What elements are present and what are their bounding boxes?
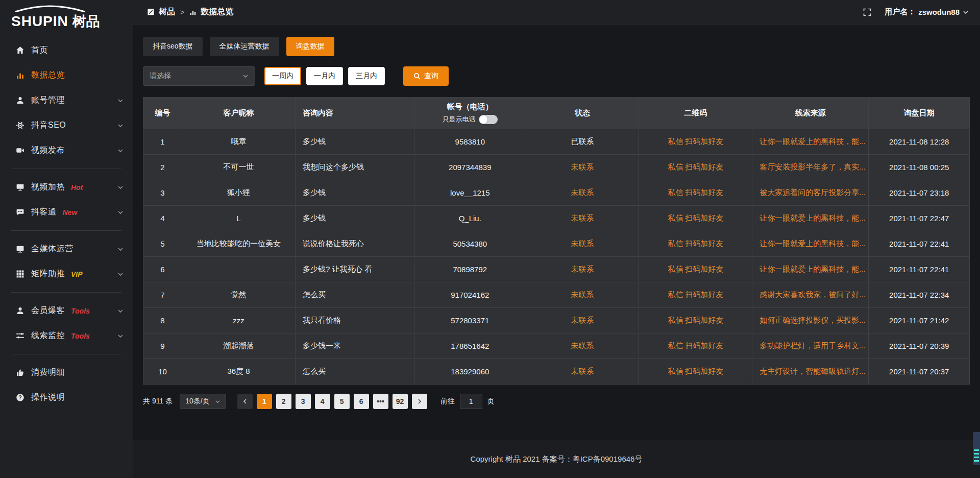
filter-select[interactable]: 请选择 — [143, 66, 255, 86]
row-number-cell: 7 — [143, 282, 182, 308]
date-cell: 2021-11-07 20:37 — [869, 359, 970, 385]
status-cell: 已联系 — [526, 129, 639, 155]
chevron-down-icon — [242, 73, 249, 79]
table-row: 7 觉然 怎么买 917024162 未联系 私信 扫码加好友 感谢大家喜欢我家… — [143, 282, 970, 308]
sidebar-item-doukettong[interactable]: 抖客通 New — [0, 200, 133, 225]
status-cell: 未联系 — [526, 155, 639, 180]
content-cell: 说说价格让我死心 — [295, 231, 414, 257]
header-lead-source: 线索来源 — [752, 98, 869, 129]
page-size-select[interactable]: 10条/页 — [180, 394, 226, 409]
qr-links-cell[interactable]: 私信 扫码加好友 — [639, 359, 752, 385]
content-cell: 我只看价格 — [295, 308, 414, 333]
source-link-cell[interactable]: 让你一眼就爱上的黑科技，能... — [752, 257, 869, 282]
header-account: 帐号（电话） 只显示电话 — [414, 98, 526, 129]
goto-page-input[interactable] — [460, 394, 482, 409]
source-link-cell[interactable]: 让你一眼就爱上的黑科技，能... — [752, 129, 869, 155]
user-menu[interactable]: 用户名：zswodun88 — [885, 7, 969, 17]
tab-douyin-seo-data[interactable]: 抖音seo数据 — [143, 37, 203, 56]
source-link-cell[interactable]: 如何正确选择投影仪，买投影... — [752, 308, 869, 333]
breadcrumb-current[interactable]: 数据总览 — [201, 7, 233, 17]
sidebar-item-account-management[interactable]: 账号管理 — [0, 88, 133, 113]
page-button-4[interactable]: 4 — [315, 394, 330, 409]
sidebar-item-omni-media[interactable]: 全媒体运营 — [0, 236, 133, 261]
qr-links-cell[interactable]: 私信 扫码加好友 — [639, 333, 752, 359]
page-button-1[interactable]: 1 — [257, 394, 272, 409]
qr-links-cell[interactable]: 私信 扫码加好友 — [639, 282, 752, 308]
fullscreen-icon[interactable] — [863, 8, 871, 16]
sidebar-item-operation-guide[interactable]: ? 操作说明 — [0, 385, 133, 410]
floating-widget[interactable] — [973, 432, 980, 465]
source-link-cell[interactable]: 让你一眼就爱上的黑科技，能... — [752, 206, 869, 231]
source-link-cell[interactable]: 让你一眼就爱上的黑科技，能... — [752, 231, 869, 257]
search-button[interactable]: 查询 — [403, 66, 449, 86]
prev-page-button[interactable] — [237, 394, 253, 409]
account-cell: 572803371 — [414, 308, 526, 333]
sidebar-item-label: 消费明细 — [31, 367, 65, 378]
tab-omni-media-data[interactable]: 全媒体运营数据 — [210, 37, 279, 56]
qr-links-cell[interactable]: 私信 扫码加好友 — [639, 206, 752, 231]
source-link-cell[interactable]: 客厅安装投影半年多了，真实... — [752, 155, 869, 180]
phone-only-toggle[interactable] — [479, 115, 498, 124]
sidebar-divider — [11, 354, 121, 354]
chevron-down-icon — [117, 148, 124, 154]
header-inquiry-date: 询盘日期 — [869, 98, 970, 129]
page-button-3[interactable]: 3 — [296, 394, 311, 409]
widget-stripes-icon — [974, 449, 979, 463]
date-cell: 2021-11-07 22:47 — [869, 206, 970, 231]
inquiry-table: 编号 客户昵称 咨询内容 帐号（电话） 只显示电话 — [143, 97, 970, 385]
gear-icon — [15, 121, 24, 130]
page-button-5[interactable]: 5 — [334, 394, 350, 409]
sidebar-item-douyin-seo[interactable]: 抖音SEO — [0, 113, 133, 138]
source-link-cell[interactable]: 被大家追着问的客厅投影分享... — [752, 180, 869, 206]
row-number-cell: 5 — [143, 231, 182, 257]
table-row: 4 L 多少钱 Q_Liu. 未联系 私信 扫码加好友 让你一眼就爱上的黑科技，… — [143, 206, 970, 231]
row-number-cell: 10 — [143, 359, 182, 385]
period-button-month[interactable]: 一月内 — [306, 67, 343, 85]
sidebar-divider — [11, 292, 121, 293]
bar-chart-icon — [15, 71, 24, 80]
sidebar-item-member-burst[interactable]: 会员爆客 Tools — [0, 298, 133, 323]
period-button-week[interactable]: 一周内 — [264, 67, 301, 85]
table-row: 6 多少钱? 让我死心 看 70898792 未联系 私信 扫码加好友 让你一眼… — [143, 257, 970, 282]
page-size-value: 10条/页 — [185, 397, 209, 406]
qr-links-cell[interactable]: 私信 扫码加好友 — [639, 308, 752, 333]
sidebar-item-video-heat[interactable]: 视频加热 Hot — [0, 175, 133, 200]
source-link-cell[interactable]: 无主灯设计，智能磁吸轨道灯... — [752, 359, 869, 385]
user-icon — [15, 306, 24, 316]
table-row: 3 狐小狸 多少钱 love__1215 未联系 私信 扫码加好友 被大家追着问… — [143, 180, 970, 206]
status-cell: 未联系 — [526, 206, 639, 231]
chevron-down-icon — [117, 246, 124, 252]
page-button-6[interactable]: 6 — [354, 394, 369, 409]
brand-logo[interactable]: SHUPIN 树品 — [0, 4, 133, 31]
sidebar-item-data-overview[interactable]: 数据总览 — [0, 63, 133, 88]
sidebar-item-home[interactable]: 首页 — [0, 38, 133, 63]
sidebar-item-label: 线索监控 — [31, 330, 65, 341]
sidebar-item-video-publish[interactable]: 视频发布 — [0, 138, 133, 163]
qr-links-cell[interactable]: 私信 扫码加好友 — [639, 257, 752, 282]
goto-page: 前往 页 — [440, 394, 495, 409]
tab-inquiry-data[interactable]: 询盘数据 — [286, 37, 334, 56]
source-link-cell[interactable]: 感谢大家喜欢我家，被问了好... — [752, 282, 869, 308]
row-number-cell: 1 — [143, 129, 182, 155]
page-ellipsis-button[interactable]: ••• — [373, 394, 388, 409]
page-button-2[interactable]: 2 — [276, 394, 291, 409]
sidebar-item-matrix-boost[interactable]: 矩阵助推 VIP — [0, 261, 133, 286]
date-cell: 2021-11-07 23:18 — [869, 180, 970, 206]
page-button-92[interactable]: 92 — [393, 394, 408, 409]
next-page-button[interactable] — [412, 394, 427, 409]
sidebar-item-lead-monitor[interactable]: 线索监控 Tools — [0, 323, 133, 348]
nickname-cell: L — [182, 206, 296, 231]
content-cell: 怎么买 — [295, 282, 414, 308]
breadcrumb-root[interactable]: 树品 — [159, 7, 175, 17]
source-link-cell[interactable]: 多功能护栏灯，适用于乡村文... — [752, 333, 869, 359]
brand-square-icon — [147, 8, 155, 16]
chevron-down-icon — [117, 123, 124, 129]
vip-badge: VIP — [71, 270, 83, 278]
qr-links-cell[interactable]: 私信 扫码加好友 — [639, 180, 752, 206]
qr-links-cell[interactable]: 私信 扫码加好友 — [639, 155, 752, 180]
chevron-down-icon — [117, 184, 124, 190]
qr-links-cell[interactable]: 私信 扫码加好友 — [639, 231, 752, 257]
sidebar-item-consumption-detail[interactable]: 消费明细 — [0, 360, 133, 385]
qr-links-cell[interactable]: 私信 扫码加好友 — [639, 129, 752, 155]
period-button-quarter[interactable]: 三月内 — [348, 67, 385, 85]
